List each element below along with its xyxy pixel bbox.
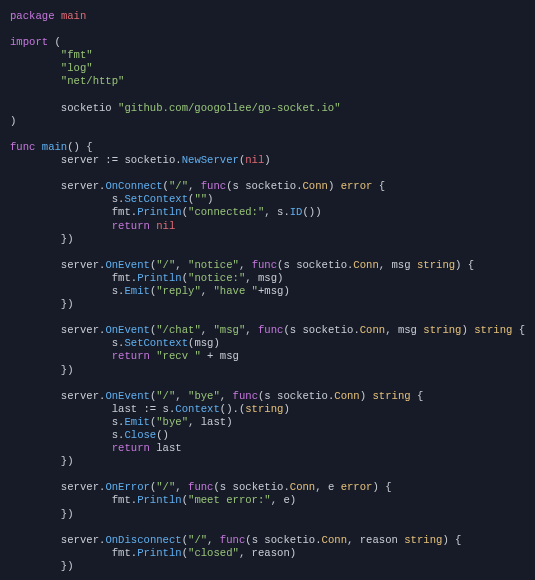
import-log: "log": [61, 62, 93, 74]
nil: nil: [245, 154, 264, 166]
keyword-func: func: [10, 141, 35, 153]
import-fmt: "fmt": [61, 49, 93, 61]
call-onevent: OnEvent: [105, 259, 150, 271]
code-editor: package main import ( "fmt" "log" "net/h…: [0, 0, 535, 580]
import-alias: socketio: [61, 102, 112, 114]
call-newserver: NewServer: [182, 154, 239, 166]
pkg-main: main: [61, 10, 86, 22]
call-onerror: OnError: [105, 481, 150, 493]
call-ondisconnect: OnDisconnect: [105, 534, 181, 546]
call-onconnect: OnConnect: [105, 180, 162, 192]
import-socketio: "github.com/googollee/go-socket.io": [118, 102, 341, 114]
import-nethttp: "net/http": [61, 75, 125, 87]
paren-close: ): [10, 115, 16, 127]
func-main: main: [42, 141, 67, 153]
keyword-package: package: [10, 10, 55, 22]
paren-open: (: [55, 36, 61, 48]
keyword-import: import: [10, 36, 48, 48]
